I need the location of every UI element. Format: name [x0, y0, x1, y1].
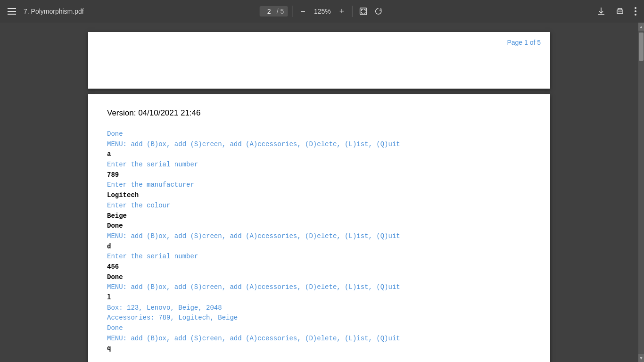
toolbar-center: / 5 − 125% + [260, 5, 385, 17]
content-line-789: 789 [107, 170, 531, 181]
content-line-d: d [107, 242, 531, 252]
content-line-done2: Done [107, 221, 531, 231]
total-pages: 5 [281, 8, 284, 15]
content-line-menu3: MENU: add (B)ox, add (S)creen, add (A)cc… [107, 282, 531, 293]
content-line-logitech: Logitech [107, 190, 531, 201]
separator-1 [292, 6, 293, 17]
content-line-serial1: Enter the serial number [107, 160, 531, 170]
content-line-menu2: MENU: add (B)ox, add (S)creen, add (A)cc… [107, 231, 531, 242]
zoom-level: 125% [311, 8, 334, 15]
content-line-456: 456 [107, 262, 531, 272]
hamburger-menu-icon[interactable] [6, 6, 18, 16]
pdf-page-2: Version: 04/10/2021 21:46 Done MENU: add… [88, 94, 550, 362]
print-button[interactable] [614, 5, 626, 17]
content-line-colour: Enter the colour [107, 201, 531, 211]
pdf-page-1: Page 1 of 5 [88, 32, 550, 89]
pdf-content-lines: Done MENU: add (B)ox, add (S)creen, add … [107, 129, 531, 354]
svg-point-3 [635, 10, 636, 12]
more-icon [635, 7, 636, 16]
content-area: Page 1 of 5 Version: 04/10/2021 21:46 Do… [0, 23, 644, 362]
content-line-q: q [107, 344, 531, 354]
print-icon [616, 7, 624, 16]
page-navigation: / 5 [260, 6, 288, 16]
fit-page-button[interactable] [357, 5, 369, 17]
svg-point-4 [635, 14, 636, 16]
content-line-box: Box: 123, Lenovo, Beige, 2048 [107, 303, 531, 313]
more-options-button[interactable] [633, 5, 638, 17]
document-title: 7. Polymorphism.pdf [24, 8, 84, 15]
toolbar: 7. Polymorphism.pdf / 5 − 125% + [0, 0, 644, 23]
zoom-out-button[interactable]: − [297, 6, 308, 17]
content-line-menu4: MENU: add (B)ox, add (S)creen, add (A)cc… [107, 334, 531, 344]
content-line-done4: Done [107, 323, 531, 334]
download-icon [597, 7, 605, 16]
content-line-a: a [107, 149, 531, 160]
content-line-serial2: Enter the serial number [107, 252, 531, 262]
page-separator: / [277, 8, 279, 15]
scrollbar: ▲ ▼ [638, 23, 644, 362]
content-line-done3: Done [107, 272, 531, 283]
separator-2 [352, 6, 352, 17]
content-line-l: l [107, 293, 531, 303]
rotate-button[interactable] [372, 5, 384, 17]
content-line-manufacturer: Enter the manufacturer [107, 180, 531, 190]
scrollbar-thumb[interactable] [639, 33, 644, 61]
toolbar-right [595, 5, 638, 18]
svg-rect-0 [360, 8, 366, 15]
download-button[interactable] [595, 5, 607, 18]
zoom-in-button[interactable]: + [337, 6, 347, 17]
version-line: Version: 04/10/2021 21:46 [107, 108, 531, 118]
scrollbar-down-arrow[interactable]: ▼ [638, 354, 644, 362]
content-line-beige: Beige [107, 211, 531, 222]
pdf-scroll-area[interactable]: Page 1 of 5 Version: 04/10/2021 21:46 Do… [0, 23, 638, 362]
rotate-icon [374, 7, 382, 16]
content-line-menu1: MENU: add (B)ox, add (S)creen, add (A)cc… [107, 140, 531, 150]
svg-point-2 [635, 7, 636, 9]
content-line-accessories: Accessories: 789, Logitech, Beige [107, 313, 531, 323]
scrollbar-up-arrow[interactable]: ▲ [638, 23, 644, 31]
scrollbar-track[interactable] [638, 31, 644, 354]
page-1-label: Page 1 of 5 [507, 39, 541, 46]
fit-icon [359, 7, 367, 16]
content-line-done1: Done [107, 129, 531, 140]
current-page-input[interactable] [264, 8, 275, 15]
